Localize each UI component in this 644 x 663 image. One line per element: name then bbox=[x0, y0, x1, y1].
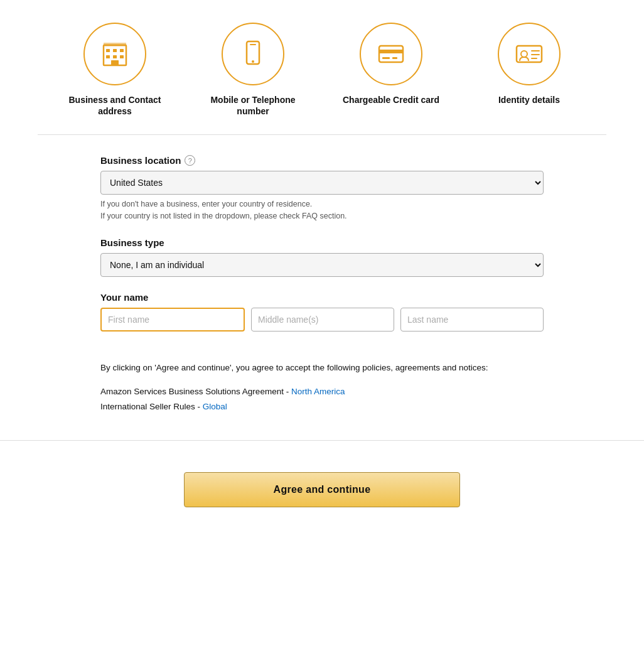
business-type-group: Business type None, I am an individual bbox=[100, 237, 544, 277]
svg-rect-7 bbox=[111, 60, 119, 65]
middle-name-input[interactable] bbox=[251, 308, 394, 332]
agreement-section: By clicking on 'Agree and continue', you… bbox=[0, 362, 644, 428]
business-location-hint: If you don't have a business, enter your… bbox=[100, 198, 544, 222]
step-credit-card: Chargeable Credit card bbox=[341, 23, 441, 105]
step-label-card: Chargeable Credit card bbox=[343, 94, 439, 105]
step-circle-mobile bbox=[222, 23, 284, 85]
cta-container: Agree and continue bbox=[0, 453, 644, 532]
business-location-help-icon[interactable]: ? bbox=[185, 155, 195, 166]
svg-rect-15 bbox=[382, 57, 390, 59]
svg-rect-3 bbox=[120, 49, 124, 52]
agreement-links: Amazon Services Business Solutions Agree… bbox=[100, 384, 544, 415]
svg-rect-13 bbox=[379, 46, 403, 62]
step-label-identity: Identity details bbox=[498, 94, 560, 105]
svg-rect-6 bbox=[120, 55, 124, 58]
business-type-select[interactable]: None, I am an individual bbox=[100, 253, 544, 277]
svg-point-18 bbox=[521, 51, 527, 57]
step-circle-business bbox=[83, 23, 146, 85]
step-circle-card bbox=[360, 23, 422, 85]
bottom-divider bbox=[0, 440, 644, 441]
last-name-input[interactable] bbox=[400, 308, 544, 332]
svg-rect-9 bbox=[104, 43, 126, 46]
agree-continue-button[interactable]: Agree and continue bbox=[184, 472, 460, 507]
business-location-label: Business location ? bbox=[100, 155, 544, 166]
svg-rect-14 bbox=[379, 50, 403, 53]
step-circle-identity bbox=[498, 23, 561, 85]
step-identity: Identity details bbox=[479, 23, 579, 105]
svg-rect-16 bbox=[392, 57, 397, 59]
svg-point-11 bbox=[252, 60, 254, 63]
svg-rect-4 bbox=[106, 55, 110, 58]
first-name-input[interactable] bbox=[100, 308, 245, 332]
business-location-group: Business location ? United States If you… bbox=[100, 155, 544, 222]
name-fields-row bbox=[100, 308, 544, 332]
idcard-icon bbox=[514, 39, 544, 69]
step-mobile: Mobile or Telephone number bbox=[203, 23, 303, 117]
phone-icon bbox=[238, 39, 268, 69]
business-location-select[interactable]: United States bbox=[100, 171, 544, 195]
steps-header: Business and Contact address Mobile or T… bbox=[0, 0, 644, 134]
agreement-intro-text: By clicking on 'Agree and continue', you… bbox=[100, 362, 544, 374]
step-label-business: Business and Contact address bbox=[65, 94, 165, 117]
agreement-line1: Amazon Services Business Solutions Agree… bbox=[100, 384, 544, 399]
north-america-link[interactable]: North America bbox=[291, 387, 345, 396]
svg-rect-2 bbox=[113, 49, 117, 52]
your-name-label: Your name bbox=[100, 292, 544, 303]
form-section: Business location ? United States If you… bbox=[0, 135, 644, 362]
your-name-group: Your name bbox=[100, 292, 544, 332]
global-link[interactable]: Global bbox=[203, 402, 227, 411]
svg-rect-1 bbox=[106, 49, 110, 52]
building-icon bbox=[100, 39, 130, 69]
agreement-line2: International Seller Rules - Global bbox=[100, 399, 544, 414]
creditcard-icon bbox=[376, 39, 406, 69]
step-label-mobile: Mobile or Telephone number bbox=[203, 94, 303, 117]
step-business-contact: Business and Contact address bbox=[65, 23, 165, 117]
svg-rect-5 bbox=[113, 55, 117, 58]
business-type-label: Business type bbox=[100, 237, 544, 248]
